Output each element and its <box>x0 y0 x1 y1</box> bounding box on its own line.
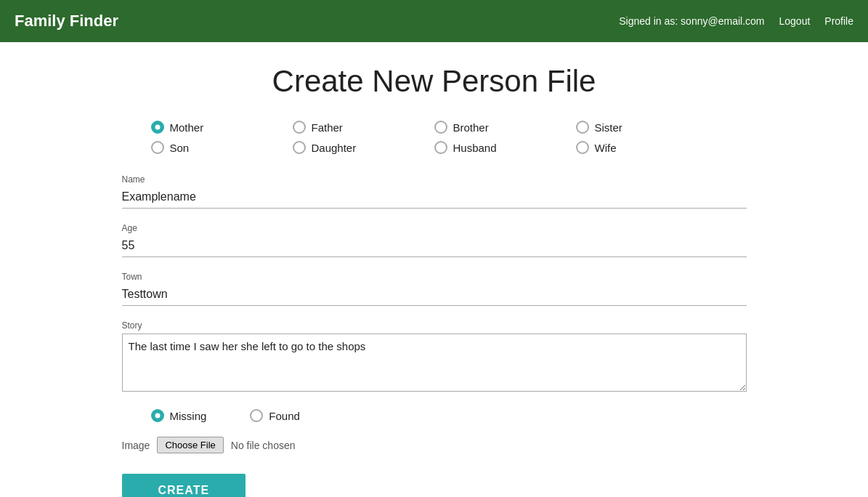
radio-label-missing: Missing <box>170 410 207 422</box>
town-field-group: Town <box>122 272 747 306</box>
radio-label-sister: Sister <box>595 121 622 134</box>
radio-label-husband: Husband <box>453 142 497 154</box>
radio-sister[interactable] <box>576 121 589 134</box>
radio-cell-found: Found <box>250 409 300 422</box>
radio-father[interactable] <box>293 121 306 134</box>
radio-daughter[interactable] <box>293 141 306 154</box>
image-row: Image Choose File No file chosen <box>122 437 747 453</box>
radio-cell-brother: Brother <box>434 121 576 134</box>
radio-label-found: Found <box>269 410 300 422</box>
relationship-radio-group: Mother Father Brother Sister Son Daughte… <box>122 121 747 154</box>
radio-cell-wife: Wife <box>576 141 718 154</box>
app-header: Family Finder Signed in as: sonny@email.… <box>0 0 868 42</box>
town-label: Town <box>122 272 747 282</box>
radio-husband[interactable] <box>434 141 447 154</box>
signed-in-text: Signed in as: sonny@email.com <box>619 15 764 27</box>
profile-link[interactable]: Profile <box>824 15 853 27</box>
radio-brother[interactable] <box>434 121 447 134</box>
radio-cell-son: Son <box>151 141 293 154</box>
name-label: Name <box>122 174 747 185</box>
main-content: Create New Person File Mother Father Bro… <box>108 42 761 497</box>
name-input[interactable] <box>122 187 747 209</box>
image-label: Image <box>122 440 150 451</box>
radio-label-wife: Wife <box>595 142 617 154</box>
radio-label-daughter: Daughter <box>312 142 357 154</box>
radio-label-mother: Mother <box>170 121 204 134</box>
age-label: Age <box>122 223 747 233</box>
name-field-group: Name <box>122 174 747 209</box>
radio-missing[interactable] <box>151 409 164 422</box>
town-input[interactable] <box>122 285 747 306</box>
radio-cell-sister: Sister <box>576 121 718 134</box>
radio-label-brother: Brother <box>453 121 489 134</box>
page-title: Create New Person File <box>122 64 747 99</box>
story-textarea[interactable]: The last time I saw her she left to go t… <box>122 334 747 392</box>
radio-son[interactable] <box>151 141 164 154</box>
radio-found[interactable] <box>250 409 263 422</box>
radio-cell-daughter: Daughter <box>293 141 434 154</box>
age-field-group: Age <box>122 223 747 257</box>
radio-cell-mother: Mother <box>151 121 293 134</box>
status-radio-group: Missing Found <box>122 409 747 422</box>
logout-link[interactable]: Logout <box>779 15 810 27</box>
choose-file-button[interactable]: Choose File <box>157 437 223 453</box>
app-brand: Family Finder <box>15 12 118 31</box>
age-input[interactable] <box>122 236 747 257</box>
story-field-group: Story The last time I saw her she left t… <box>122 320 747 395</box>
radio-cell-husband: Husband <box>434 141 576 154</box>
header-right: Signed in as: sonny@email.com Logout Pro… <box>619 15 853 27</box>
radio-mother[interactable] <box>151 121 164 134</box>
no-file-text: No file chosen <box>231 440 296 451</box>
radio-cell-missing: Missing <box>151 409 207 422</box>
radio-wife[interactable] <box>576 141 589 154</box>
story-label: Story <box>122 320 747 331</box>
radio-cell-father: Father <box>293 121 434 134</box>
radio-label-father: Father <box>312 121 343 134</box>
radio-label-son: Son <box>170 142 190 154</box>
create-button[interactable]: CREATE <box>122 474 246 497</box>
